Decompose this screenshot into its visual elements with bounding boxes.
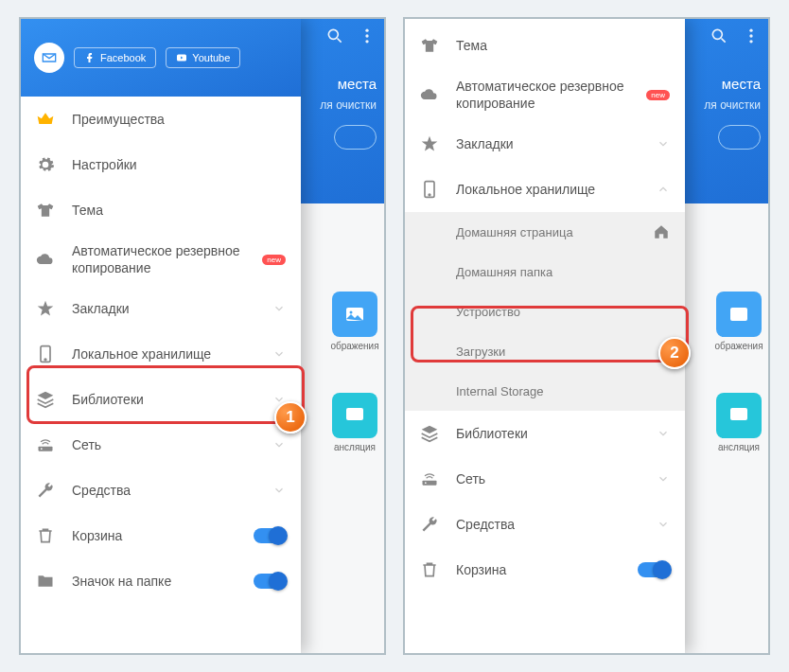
sub-home-folder[interactable]: Домашняя папка bbox=[405, 252, 685, 292]
youtube-button[interactable]: Youtube bbox=[166, 47, 240, 68]
more-icon bbox=[358, 27, 377, 45]
facebook-button[interactable]: Facebook bbox=[74, 47, 156, 68]
menu-theme[interactable]: Тема bbox=[21, 187, 301, 233]
shirt-icon bbox=[420, 36, 439, 55]
svg-point-19 bbox=[429, 194, 430, 196]
menu-trash[interactable]: Корзина bbox=[21, 513, 301, 558]
menu-backup[interactable]: Автоматическое резервное копирование new bbox=[21, 233, 301, 286]
menu-network[interactable]: Сеть bbox=[405, 456, 685, 502]
svg-point-2 bbox=[365, 34, 368, 37]
menu-libraries[interactable]: Библиотеки bbox=[405, 411, 685, 456]
star-icon bbox=[36, 299, 55, 318]
trash-toggle[interactable] bbox=[254, 528, 286, 543]
crown-icon bbox=[36, 110, 55, 129]
svg-rect-16 bbox=[730, 308, 747, 321]
menu-advantages[interactable]: Преимущества bbox=[21, 97, 301, 142]
screenshot-2: места ля очистки ображения ансляция Тема… bbox=[403, 17, 770, 655]
menu-folder-icon[interactable]: Значок на папке bbox=[21, 558, 301, 604]
sub-device[interactable]: Устройство bbox=[405, 292, 685, 331]
svg-rect-10 bbox=[39, 447, 53, 451]
menu-tools[interactable]: Средства bbox=[405, 502, 685, 547]
trash-icon bbox=[36, 526, 55, 545]
sub-internal[interactable]: Internal Storage bbox=[405, 371, 685, 411]
menu-libraries[interactable]: Библиотеки bbox=[21, 377, 301, 422]
layers-icon bbox=[420, 424, 439, 443]
svg-rect-17 bbox=[730, 408, 747, 420]
cast-tile: ансляция bbox=[327, 393, 382, 452]
menu-local-storage[interactable]: Локальное хранилище bbox=[21, 331, 301, 377]
svg-point-5 bbox=[350, 311, 353, 314]
wrench-icon bbox=[36, 481, 55, 500]
menu-tools[interactable]: Средства bbox=[21, 468, 301, 513]
network-icon bbox=[36, 435, 55, 454]
svg-point-13 bbox=[749, 29, 752, 32]
svg-point-3 bbox=[365, 40, 368, 43]
sub-downloads[interactable]: Загрузки bbox=[405, 331, 685, 371]
phone-icon bbox=[36, 345, 55, 363]
svg-point-12 bbox=[712, 29, 722, 39]
callout-2: 2 bbox=[658, 337, 691, 369]
svg-point-0 bbox=[328, 29, 338, 39]
menu-settings[interactable]: Настройки bbox=[21, 142, 301, 187]
network-icon bbox=[420, 469, 439, 488]
chevron-down-icon bbox=[272, 484, 286, 497]
phone-icon bbox=[420, 180, 439, 199]
menu-trash[interactable]: Корзина bbox=[405, 547, 685, 592]
menu-backup[interactable]: Автоматическое резервное копирование new bbox=[405, 68, 685, 121]
svg-rect-6 bbox=[346, 408, 363, 420]
folder-badge-icon bbox=[36, 572, 55, 591]
svg-point-14 bbox=[749, 34, 752, 37]
chevron-down-icon bbox=[272, 438, 286, 451]
navigation-drawer: Facebook Youtube Преимущества Настройки … bbox=[21, 19, 301, 653]
screenshot-1: места ля очистки ображения ансляция Face… bbox=[19, 17, 386, 655]
chevron-down-icon bbox=[657, 137, 670, 150]
menu-bookmarks[interactable]: Закладки bbox=[21, 286, 301, 331]
wrench-icon bbox=[420, 515, 439, 534]
trash-icon bbox=[420, 560, 439, 579]
mail-icon[interactable] bbox=[34, 43, 64, 73]
shirt-icon bbox=[36, 201, 55, 220]
layers-icon bbox=[36, 390, 55, 409]
sub-home-page[interactable]: Домашняя страница bbox=[405, 212, 685, 252]
navigation-drawer: Тема Автоматическое резервное копировани… bbox=[405, 19, 685, 653]
images-tile: ображения bbox=[327, 292, 382, 351]
svg-point-21 bbox=[425, 482, 427, 484]
cloud-icon bbox=[36, 250, 55, 269]
chevron-down-icon bbox=[272, 347, 286, 361]
menu-local-storage[interactable]: Локальное хранилище bbox=[405, 167, 685, 212]
home-icon bbox=[653, 223, 670, 240]
new-badge: new bbox=[262, 255, 286, 265]
svg-point-9 bbox=[44, 359, 46, 361]
svg-rect-20 bbox=[423, 481, 437, 486]
chevron-down-icon bbox=[272, 302, 286, 315]
svg-point-15 bbox=[749, 40, 752, 43]
folder-toggle[interactable] bbox=[254, 574, 286, 589]
bg-title: места bbox=[338, 76, 377, 92]
chevron-up-icon bbox=[657, 183, 670, 196]
search-icon bbox=[325, 27, 344, 45]
svg-point-1 bbox=[365, 29, 368, 32]
menu-network[interactable]: Сеть bbox=[21, 422, 301, 468]
star-icon bbox=[420, 134, 439, 153]
drawer-header: Facebook Youtube bbox=[21, 19, 301, 97]
gear-icon bbox=[36, 155, 55, 174]
callout-1: 1 bbox=[274, 401, 307, 433]
trash-toggle[interactable] bbox=[638, 562, 670, 577]
svg-point-11 bbox=[41, 448, 43, 450]
bg-button bbox=[334, 125, 377, 150]
new-badge: new bbox=[646, 90, 670, 100]
bg-toolbar bbox=[325, 27, 377, 45]
menu-theme[interactable]: Тема bbox=[405, 23, 685, 68]
menu-bookmarks[interactable]: Закладки bbox=[405, 121, 685, 167]
bg-subtitle: ля очистки bbox=[320, 98, 377, 112]
cloud-icon bbox=[420, 85, 439, 104]
